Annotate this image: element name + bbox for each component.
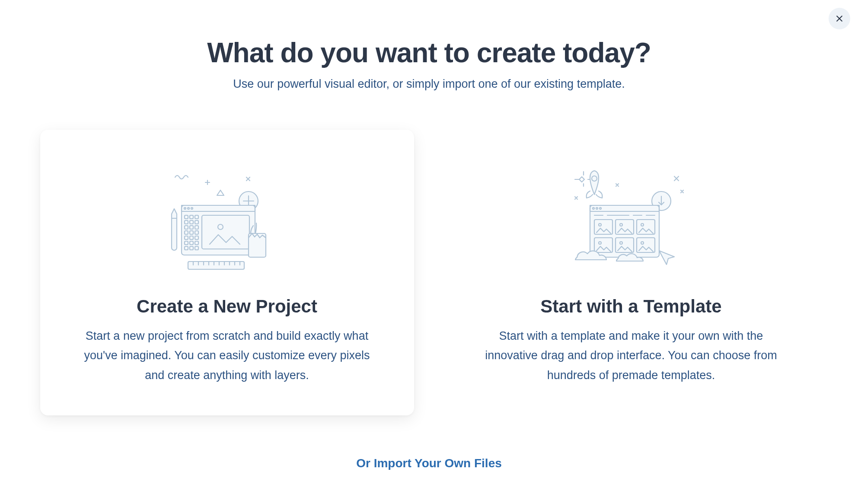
template-illustration xyxy=(470,156,792,285)
option-title: Create a New Project xyxy=(66,296,388,317)
editor-icon xyxy=(162,164,292,277)
svg-rect-32 xyxy=(188,262,244,269)
option-start-template[interactable]: Start with a Template Start with a templ… xyxy=(444,130,818,415)
close-button[interactable] xyxy=(829,8,850,29)
options-row: Create a New Project Start a new project… xyxy=(40,130,818,415)
page-title: What do you want to create today? xyxy=(207,37,651,69)
template-icon xyxy=(566,164,696,277)
new-project-illustration xyxy=(66,156,388,285)
page-subtitle: Use our powerful visual editor, or simpl… xyxy=(233,77,625,91)
modal-content: What do you want to create today? Use ou… xyxy=(0,0,858,470)
option-new-project[interactable]: Create a New Project Start a new project… xyxy=(40,130,414,415)
svg-rect-31 xyxy=(249,233,266,257)
option-description: Start a new project from scratch and bui… xyxy=(76,326,378,385)
import-own-files-link[interactable]: Or Import Your Own Files xyxy=(356,456,502,470)
svg-rect-29 xyxy=(202,215,249,249)
option-description: Start with a template and make it your o… xyxy=(480,326,782,385)
close-icon xyxy=(835,14,844,23)
option-title: Start with a Template xyxy=(470,296,792,317)
